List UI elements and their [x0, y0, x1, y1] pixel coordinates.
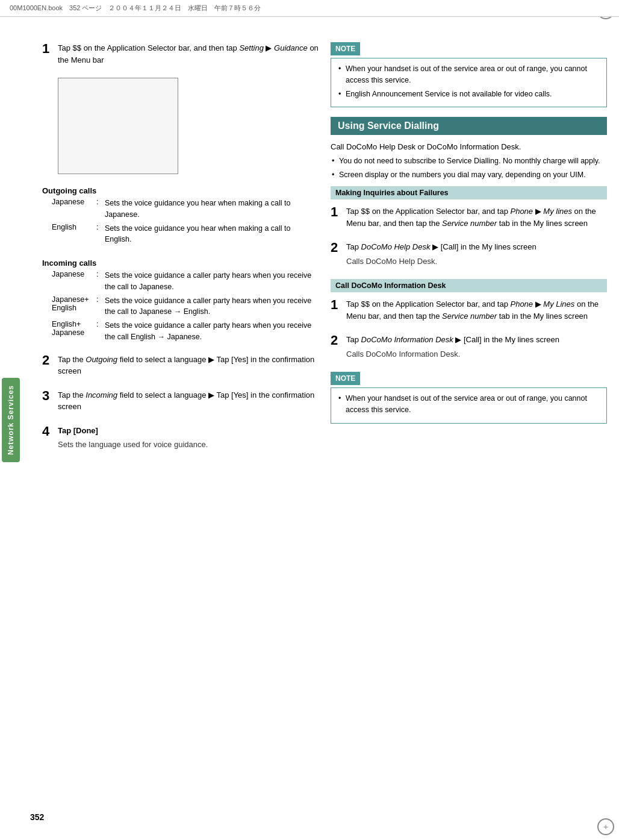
- note-bottom-label: NOTE: [331, 372, 360, 385]
- step3-number: 3: [42, 389, 54, 403]
- page-number: 352: [30, 812, 44, 822]
- note-top-item-2: English Announcement Service is not avai…: [337, 89, 600, 100]
- step4-desc: Sets the language used for voice guidanc…: [58, 439, 319, 451]
- section-heading: Using Service Dialling: [331, 117, 607, 135]
- incoming-japanese-lang: Japanese: [42, 270, 96, 278]
- sub2-step2-desc: Calls DoCoMo Information Desk.: [346, 348, 607, 360]
- note-top-content: When your handset is out of the service …: [331, 58, 607, 107]
- incoming-japanese-row: Japanese : Sets the voice guidance a cal…: [42, 269, 319, 294]
- side-tab: Network Services: [0, 0, 22, 840]
- incoming-calls-table: Incoming calls Japanese : Sets the voice…: [42, 256, 319, 344]
- incoming-english-japanese-row: English+Japanese : Sets the voice guidan…: [42, 319, 319, 344]
- incoming-english-japanese-lang: English+Japanese: [42, 320, 96, 337]
- step3-text: Tap the Incoming field to select a langu…: [58, 389, 319, 413]
- step3: 3 Tap the Incoming field to select a lan…: [42, 389, 319, 415]
- right-column: NOTE When your handset is out of the ser…: [331, 42, 607, 828]
- sub1-step2-content: Tap DoCoMo Help Desk ▶ [Call] in the My …: [346, 241, 607, 269]
- step4-number: 4: [42, 425, 54, 438]
- header-bar: 00M1000EN.book 352 ページ ２００４年１１月２４日 水曜日 午…: [0, 0, 619, 17]
- outgoing-japanese-desc: Sets the voice guidance you hear when ma…: [105, 198, 319, 221]
- sub1-step2-text: Tap DoCoMo Help Desk ▶ [Call] in the My …: [346, 241, 607, 253]
- sub2-step2-text: Tap DoCoMo Information Desk ▶ [Call] in …: [346, 334, 607, 346]
- screenshot-box: [58, 78, 178, 174]
- outgoing-calls-header: Outgoing calls: [42, 184, 319, 196]
- outgoing-english-row: English : Sets the voice guidance you he…: [42, 222, 319, 247]
- sub1-step1: 1 Tap $$ on the Application Selector bar…: [331, 205, 607, 231]
- sub2-step1-number: 1: [331, 298, 343, 312]
- sub1-step1-number: 1: [331, 205, 343, 219]
- sub2-step2-number: 2: [331, 334, 343, 347]
- step1-number: 1: [42, 42, 54, 55]
- step2: 2 Tap the Outgoing field to select a lan…: [42, 354, 319, 380]
- note-bottom-item-1: When your handset is out of the service …: [337, 393, 600, 416]
- sub1-step2-number: 2: [331, 241, 343, 254]
- sub2-step1-content: Tap $$ on the Application Selector bar, …: [346, 298, 607, 324]
- sub2-step2: 2 Tap DoCoMo Information Desk ▶ [Call] i…: [331, 334, 607, 362]
- sub2-step1: 1 Tap $$ on the Application Selector bar…: [331, 298, 607, 324]
- sub2-step2-content: Tap DoCoMo Information Desk ▶ [Call] in …: [346, 334, 607, 362]
- step1-text: Tap $$ on the Application Selector bar, …: [58, 42, 319, 66]
- incoming-japanese-desc: Sets the voice guidance a caller party h…: [105, 270, 319, 293]
- step1-content: Tap $$ on the Application Selector bar, …: [58, 42, 319, 68]
- sub1-step2: 2 Tap DoCoMo Help Desk ▶ [Call] in the M…: [331, 241, 607, 269]
- outgoing-english-lang: English: [42, 223, 96, 231]
- incoming-english-japanese-desc: Sets the voice guidance a caller party h…: [105, 320, 319, 343]
- subsection2-heading: Call DoCoMo Information Desk: [331, 279, 607, 292]
- incoming-calls-header: Incoming calls: [42, 256, 319, 269]
- intro-item-2: Screen display or the numbers you dial m…: [331, 169, 607, 181]
- sub2-step1-text: Tap $$ on the Application Selector bar, …: [346, 298, 607, 322]
- subsection1-heading: Making Inquiries about Failures: [331, 186, 607, 199]
- header-text: 00M1000EN.book 352 ページ ２００４年１１月２４日 水曜日 午…: [10, 4, 261, 13]
- step2-content: Tap the Outgoing field to select a langu…: [58, 354, 319, 380]
- step4: 4 Tap [Done] Sets the language used for …: [42, 425, 319, 453]
- page-container: 00M1000EN.book 352 ページ ２００４年１１月２４日 水曜日 午…: [0, 0, 619, 840]
- corner-br: [597, 818, 617, 838]
- intro-main: Call DoCoMo Help Desk or DoCoMo Informat…: [331, 141, 607, 153]
- left-column: 1 Tap $$ on the Application Selector bar…: [42, 42, 319, 828]
- sub1-step2-desc: Calls DoCoMo Help Desk.: [346, 255, 607, 268]
- sub1-step1-text: Tap $$ on the Application Selector bar, …: [346, 205, 607, 229]
- step3-content: Tap the Incoming field to select a langu…: [58, 389, 319, 415]
- step2-number: 2: [42, 354, 54, 367]
- step1: 1 Tap $$ on the Application Selector bar…: [42, 42, 319, 68]
- note-top-item-1: When your handset is out of the service …: [337, 63, 600, 86]
- incoming-japanese-english-row: Japanese+English : Sets the voice guidan…: [42, 294, 319, 319]
- step4-text: Tap [Done]: [58, 425, 319, 437]
- outgoing-english-desc: Sets the voice guidance you hear when ma…: [105, 223, 319, 246]
- note-top-label: NOTE: [331, 42, 360, 55]
- note-top: NOTE When your handset is out of the ser…: [331, 42, 607, 107]
- side-tab-label: Network Services: [2, 378, 20, 462]
- incoming-japanese-english-lang: Japanese+English: [42, 295, 96, 312]
- outgoing-japanese-lang: Japanese: [42, 198, 96, 206]
- step4-content: Tap [Done] Sets the language used for vo…: [58, 425, 319, 453]
- outgoing-japanese-row: Japanese : Sets the voice guidance you h…: [42, 196, 319, 222]
- outgoing-calls-table: Outgoing calls Japanese : Sets the voice…: [42, 184, 319, 246]
- incoming-japanese-english-desc: Sets the voice guidance a caller party h…: [105, 295, 319, 318]
- note-bottom-content: When your handset is out of the service …: [331, 387, 607, 424]
- intro-item-1: You do not need to subscribe to Service …: [331, 155, 607, 167]
- intro-text: Call DoCoMo Help Desk or DoCoMo Informat…: [331, 141, 607, 180]
- step2-text: Tap the Outgoing field to select a langu…: [58, 354, 319, 377]
- sub1-step1-content: Tap $$ on the Application Selector bar, …: [346, 205, 607, 231]
- note-bottom: NOTE When your handset is out of the ser…: [331, 372, 607, 424]
